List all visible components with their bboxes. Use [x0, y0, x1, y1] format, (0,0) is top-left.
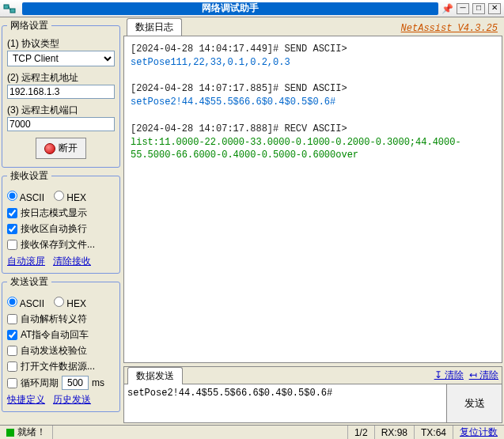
autoscroll-link[interactable]: 自动滚屏 — [7, 255, 45, 268]
clear-log-button[interactable]: ↧ 清除 — [434, 369, 464, 382]
status-page: 1/2 — [347, 426, 374, 439]
recv-legend: 接收设置 — [7, 169, 51, 183]
status-tx: TX:64 — [414, 426, 453, 439]
network-settings: 网络设置 (1) 协议类型 TCP Client (2) 远程主机地址 (3) … — [2, 19, 120, 168]
cycle-input[interactable] — [62, 376, 89, 390]
host-input[interactable] — [7, 85, 115, 99]
log-timestamp: [2024-04-28 14:04:17.449]# SEND ASCII> — [131, 43, 495, 56]
send-hex-radio[interactable]: HEX — [54, 297, 86, 309]
recv-autowrap-check[interactable] — [7, 224, 17, 234]
send-atcr-check[interactable] — [7, 330, 17, 340]
window-title: 网络调试助手 — [22, 2, 438, 15]
maximize-button[interactable]: □ — [472, 3, 485, 14]
disconnect-button[interactable]: 断开 — [36, 138, 86, 159]
send-legend: 发送设置 — [7, 275, 51, 289]
send-escape-check[interactable] — [7, 314, 17, 324]
ready-icon — [6, 429, 14, 437]
log-timestamp: [2024-04-28 14:07:17.888]# RECV ASCII> — [131, 123, 495, 136]
protocol-select[interactable]: TCP Client — [7, 51, 115, 66]
log-area[interactable]: [2024-04-28 14:04:17.449]# SEND ASCII>se… — [123, 36, 502, 363]
host-label: (2) 远程主机地址 — [7, 71, 78, 85]
log-timestamp: [2024-04-28 14:07:17.885]# SEND ASCII> — [131, 82, 495, 96]
reset-count-button[interactable]: 复位计数 — [453, 426, 504, 439]
log-tab-header: 数据日志 NetAssist V4.3.25 — [123, 19, 502, 36]
recv-logmode-check[interactable] — [7, 208, 17, 218]
log-body: setPose111,22,33,0.1,0.2,0.3 — [131, 56, 495, 70]
send-cycle-check[interactable] — [7, 378, 17, 388]
svg-rect-1 — [10, 9, 15, 13]
send-button[interactable]: 发送 — [446, 384, 502, 422]
recv-ascii-radio[interactable]: ASCII — [7, 191, 44, 203]
network-legend: 网络设置 — [7, 19, 51, 32]
status-bar: 就绪！ 1/2 RX:98 TX:64 复位计数 — [0, 425, 504, 439]
log-body: setPose2!44.4$55.5$66.6$0.4$0.5$0.6# — [131, 96, 495, 109]
pin-icon[interactable]: 📌 — [441, 3, 453, 14]
svg-rect-0 — [4, 5, 9, 9]
send-textarea[interactable] — [124, 384, 446, 422]
history-link[interactable]: 历史发送 — [53, 393, 91, 407]
version-link[interactable]: NetAssist V4.3.25 — [396, 21, 502, 36]
clear-recv-link[interactable]: 清除接收 — [53, 255, 91, 268]
status-rx: RX:98 — [374, 426, 414, 439]
port-label: (3) 远程主机端口 — [7, 104, 78, 117]
shortcut-link[interactable]: 快捷定义 — [7, 393, 45, 407]
clear-send-button[interactable]: ↤ 清除 — [469, 369, 498, 382]
proto-label: (1) 协议类型 — [7, 37, 59, 51]
close-button[interactable]: ✕ — [488, 3, 501, 14]
send-filesrc-check[interactable] — [7, 361, 17, 372]
log-body: list:11.0000-22.0000-33.0000-0.1000-0.20… — [131, 136, 495, 163]
minimize-button[interactable]: ─ — [457, 3, 469, 14]
port-input[interactable] — [7, 117, 115, 131]
send-settings: 发送设置 ASCII HEX 自动解析转义符 AT指令自动回车 自动发送校验位 … — [2, 275, 120, 412]
send-checksum-check[interactable] — [7, 346, 17, 356]
status-ready: 就绪！ — [17, 426, 46, 439]
titlebar: 网络调试助手 📌 ─ □ ✕ — [0, 0, 504, 17]
recv-hex-radio[interactable]: HEX — [54, 191, 86, 203]
recv-savefile-check[interactable] — [7, 240, 17, 250]
app-icon — [3, 2, 16, 15]
send-tab[interactable]: 数据发送 — [127, 367, 183, 384]
send-ascii-radio[interactable]: ASCII — [7, 297, 44, 309]
log-tab[interactable]: 数据日志 — [127, 18, 182, 36]
record-icon — [44, 143, 55, 154]
recv-settings: 接收设置 ASCII HEX 按日志模式显示 接收区自动换行 接收保存到文件..… — [2, 169, 120, 274]
